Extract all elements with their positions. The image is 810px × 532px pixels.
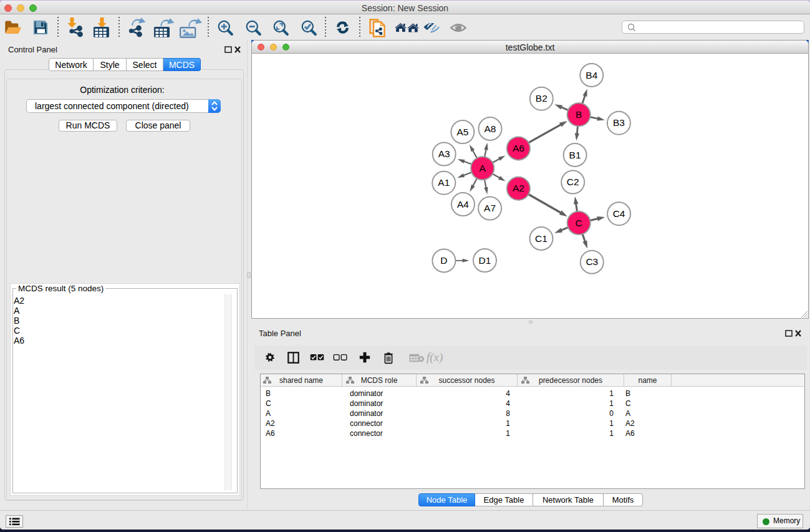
svg-text:D: D [440, 255, 447, 266]
svg-text:C1: C1 [535, 233, 547, 244]
svg-text:B2: B2 [536, 93, 547, 104]
svg-text:A: A [480, 163, 486, 173]
svg-text:A8: A8 [485, 123, 496, 134]
svg-text:A5: A5 [456, 127, 468, 137]
svg-text:A4: A4 [457, 199, 469, 210]
svg-text:A3: A3 [438, 148, 450, 159]
svg-text:A7: A7 [484, 203, 496, 213]
svg-text:D1: D1 [479, 255, 491, 266]
svg-text:B: B [576, 109, 582, 120]
svg-text:A6: A6 [513, 143, 524, 153]
svg-text:C2: C2 [567, 177, 579, 187]
svg-text:C: C [576, 218, 582, 228]
svg-text:C4: C4 [613, 208, 625, 219]
svg-text:C3: C3 [586, 256, 598, 267]
svg-text:B1: B1 [569, 150, 581, 160]
svg-text:B3: B3 [613, 117, 625, 128]
svg-text:B4: B4 [586, 70, 597, 80]
svg-text:A1: A1 [438, 177, 450, 188]
svg-text:A2: A2 [513, 183, 524, 193]
